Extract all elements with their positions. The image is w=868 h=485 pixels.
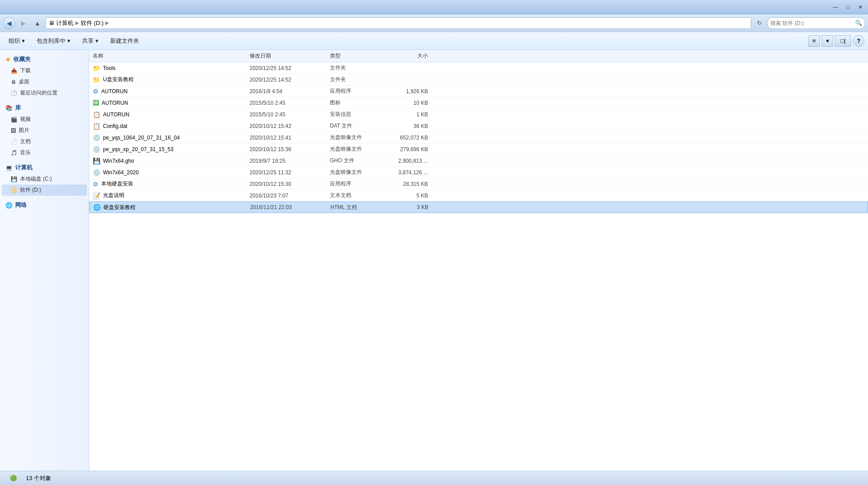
file-icon: 💿 <box>93 146 100 153</box>
minimize-button[interactable]: — <box>830 2 841 12</box>
file-date-cell: 2020/10/12 15:42 <box>250 123 330 129</box>
file-name-cell: 💿 pe_yqs_1064_20_07_31_16_04 <box>89 134 250 141</box>
sidebar-item-cdrive[interactable]: 💾 本地磁盘 (C:) <box>2 173 87 185</box>
share-button[interactable]: 共享 ▾ <box>77 35 103 47</box>
file-content-area: 名称 修改日期 类型 大小 📁 Tools 2020/12/25 14:52 文… <box>89 50 868 471</box>
file-icon: 🖼 <box>93 99 99 107</box>
col-header-name[interactable]: 名称 <box>89 52 250 60</box>
sidebar-library-title[interactable]: 📚 库 <box>2 102 87 114</box>
file-name-cell: 📝 光盘说明 <box>89 192 250 199</box>
file-name-text: pe_yqs_1064_20_07_31_16_04 <box>103 135 180 141</box>
share-chevron: ▾ <box>95 37 99 44</box>
help-button[interactable]: ? <box>853 35 864 47</box>
table-row[interactable]: 🖼 AUTORUN 2015/5/10 2:45 图标 10 KB <box>89 97 868 109</box>
file-icon: 📋 <box>93 123 100 130</box>
music-label: 音乐 <box>20 149 31 156</box>
path-computer[interactable]: 计算机 <box>56 19 74 27</box>
music-icon: 🎵 <box>11 150 17 156</box>
pictures-label: 图片 <box>19 127 29 134</box>
table-row[interactable]: 💾 Win7x64.gho 2019/9/7 19:25 GHO 文件 2,90… <box>89 155 868 167</box>
computer-sidebar-icon: 💻 <box>5 164 12 171</box>
table-row[interactable]: 🌐 硬盘安装教程 2016/11/21 22:03 HTML 文档 3 KB <box>89 201 868 213</box>
file-name-text: U盘安装教程 <box>103 76 134 83</box>
refresh-button[interactable]: ↻ <box>753 17 765 29</box>
file-size-cell: 36 KB <box>383 123 437 129</box>
search-box[interactable]: 🔍 <box>767 17 865 29</box>
sidebar-item-recent[interactable]: 🕐 最近访问的位置 <box>2 87 87 99</box>
address-path[interactable]: 🖥 计算机 ▶ 软件 (D:) ▶ <box>45 17 751 29</box>
file-name-text: pe_yqs_xp_20_07_31_15_53 <box>103 146 173 152</box>
table-row[interactable]: 📁 U盘安装教程 2020/12/25 14:52 文件夹 <box>89 74 868 86</box>
file-date-cell: 2020/12/25 11:32 <box>250 169 330 176</box>
file-name-cell: 📋 Config.dat <box>89 123 250 130</box>
file-date-cell: 2016/10/23 7:07 <box>250 193 330 199</box>
file-icon: 📁 <box>93 65 100 72</box>
preview-pane-button[interactable]: □| <box>835 35 851 47</box>
table-row[interactable]: ⚙ 本地硬盘安装 2020/10/12 15:30 应用程序 28,315 KB <box>89 178 868 190</box>
sidebar-favorites-title[interactable]: ★ 收藏夹 <box>2 53 87 65</box>
sidebar-network-title[interactable]: 🌐 网络 <box>2 199 87 211</box>
table-row[interactable]: 📁 Tools 2020/12/25 14:52 文件夹 <box>89 62 868 74</box>
file-name-text: Config.dat <box>103 123 128 129</box>
sidebar-item-docs[interactable]: 📄 文档 <box>2 136 87 147</box>
file-size-cell: 10 KB <box>383 100 437 106</box>
include-library-button[interactable]: 包含到库中 ▾ <box>32 35 75 47</box>
network-label: 网络 <box>15 201 27 209</box>
table-row[interactable]: 📋 Config.dat 2020/10/12 15:42 DAT 文件 36 … <box>89 120 868 132</box>
table-row[interactable]: ⚙ AUTORUN 2016/1/8 4:54 应用程序 1,926 KB <box>89 86 868 97</box>
file-name-text: Win7x64.gho <box>103 158 134 164</box>
recent-icon: 🕐 <box>11 90 17 96</box>
file-date-cell: 2015/5/10 2:45 <box>250 100 330 106</box>
sidebar-computer-title[interactable]: 💻 计算机 <box>2 162 87 173</box>
sidebar-item-music[interactable]: 🎵 音乐 <box>2 147 87 158</box>
sidebar-item-desktop[interactable]: 🖥 桌面 <box>2 76 87 87</box>
col-header-size[interactable]: 大小 <box>383 52 437 60</box>
file-date-cell: 2016/1/8 4:54 <box>250 88 330 95</box>
file-name-text: Win7x64_2020 <box>103 169 139 176</box>
forward-button[interactable]: ▶ <box>17 17 29 29</box>
file-type-cell: DAT 文件 <box>330 122 383 130</box>
table-row[interactable]: 💿 pe_yqs_1064_20_07_31_16_04 2020/10/12 … <box>89 132 868 144</box>
file-date-cell: 2016/11/21 22:03 <box>250 204 330 210</box>
file-type-cell: 光盘映像文件 <box>330 145 383 153</box>
view-dropdown-button[interactable]: ▾ <box>822 35 833 47</box>
main-layout: ★ 收藏夹 📥 下载 🖥 桌面 🕐 最近访问的位置 📚 库 <box>0 50 868 471</box>
column-header: 名称 修改日期 类型 大小 <box>89 50 868 62</box>
sidebar-item-pictures[interactable]: 🖼 图片 <box>2 125 87 136</box>
file-date-cell: 2020/10/12 15:41 <box>250 135 330 141</box>
sidebar-item-ddrive[interactable]: 📀 软件 (D:) <box>2 185 87 196</box>
file-name-text: AUTORUN <box>102 100 128 106</box>
col-header-type[interactable]: 类型 <box>330 52 383 60</box>
maximize-button[interactable]: □ <box>842 2 854 12</box>
table-row[interactable]: 💿 Win7x64_2020 2020/12/25 11:32 光盘映像文件 3… <box>89 167 868 178</box>
col-header-date[interactable]: 修改日期 <box>250 52 330 60</box>
organize-button[interactable]: 组织 ▾ <box>4 35 30 47</box>
sidebar-section-network: 🌐 网络 <box>2 199 87 211</box>
address-bar: ◀ ▶ ▲ 🖥 计算机 ▶ 软件 (D:) ▶ ↻ 🔍 <box>0 14 868 32</box>
file-name-cell: 📋 AUTORUN <box>89 111 250 118</box>
sidebar-item-download[interactable]: 📥 下载 <box>2 65 87 76</box>
cdrive-label: 本地磁盘 (C:) <box>20 175 52 183</box>
file-size-cell: 652,072 KB <box>383 135 437 141</box>
table-row[interactable]: 📋 AUTORUN 2015/5/10 2:45 安装信息 1 KB <box>89 109 868 120</box>
file-type-cell: 文本文档 <box>330 192 383 199</box>
table-row[interactable]: 💿 pe_yqs_xp_20_07_31_15_53 2020/10/12 15… <box>89 144 868 155</box>
file-name-cell: 💿 Win7x64_2020 <box>89 169 250 176</box>
table-row[interactable]: 📝 光盘说明 2016/10/23 7:07 文本文档 5 KB <box>89 190 868 201</box>
file-name-text: Tools <box>103 65 115 71</box>
search-input[interactable] <box>770 20 855 26</box>
new-folder-button[interactable]: 新建文件夹 <box>105 35 144 47</box>
file-icon: 📝 <box>93 192 100 199</box>
file-date-cell: 2020/12/25 14:52 <box>250 65 330 71</box>
file-type-cell: 安装信息 <box>330 111 383 118</box>
toolbar: 组织 ▾ 包含到库中 ▾ 共享 ▾ 新建文件夹 ≡ ▾ □| ? <box>0 32 868 50</box>
up-button[interactable]: ▲ <box>31 17 44 29</box>
computer-icon: 🖥 <box>49 20 54 26</box>
view-button[interactable]: ≡ <box>808 35 820 47</box>
file-type-cell: 应用程序 <box>330 180 383 188</box>
back-button[interactable]: ◀ <box>3 17 15 29</box>
close-button[interactable]: ✕ <box>855 2 866 12</box>
sidebar-item-video[interactable]: 🎬 视频 <box>2 114 87 125</box>
path-drive[interactable]: 软件 (D:) <box>81 19 103 27</box>
video-label: 视频 <box>20 115 31 123</box>
